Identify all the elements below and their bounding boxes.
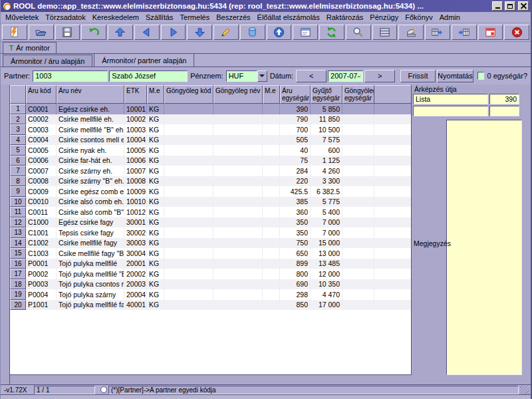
cell-gongyoleg-nev[interactable] bbox=[213, 279, 263, 290]
cell-aru-nev[interactable]: Tojó pulyka mellfilé bbox=[57, 259, 124, 269]
cell-aru-kod[interactable]: C1002 bbox=[26, 238, 57, 249]
cell-gyujto-egysegar[interactable]: 5 400 bbox=[311, 207, 342, 217]
cell-filler[interactable] bbox=[374, 104, 412, 114]
cell-aru-kod[interactable]: P0002 bbox=[26, 269, 57, 279]
post-button[interactable] bbox=[267, 25, 292, 40]
cell-gongyoleg-kod[interactable] bbox=[164, 217, 213, 228]
cell-gongyoleg-egysegar[interactable] bbox=[342, 145, 374, 156]
cell-filler[interactable] bbox=[374, 289, 412, 300]
cell-gyujto-egysegar[interactable]: 13 000 bbox=[311, 248, 342, 259]
cell-me[interactable]: KG bbox=[147, 217, 164, 228]
menu-item-eloallat-elszamolas[interactable]: Élőállat elszámolás bbox=[254, 13, 323, 22]
cell-gongyoleg-me[interactable] bbox=[263, 289, 280, 300]
cell-gongyoleg-egysegar[interactable] bbox=[342, 289, 374, 300]
cell-gongyoleg-egysegar[interactable] bbox=[342, 197, 374, 207]
menu-item-kereskedelem[interactable]: Kereskedelem bbox=[89, 13, 142, 22]
cell-aru-egysegar[interactable]: 298 bbox=[280, 289, 311, 300]
cell-aru-kod[interactable]: C0009 bbox=[26, 186, 57, 197]
cell-gongyoleg-me[interactable] bbox=[263, 156, 280, 166]
cell-aru-kod[interactable]: P1001 bbox=[26, 300, 57, 311]
cell-aru-kod[interactable]: C0003 bbox=[26, 124, 57, 135]
resize-grip[interactable] bbox=[520, 386, 529, 394]
grid-view-button[interactable] bbox=[372, 25, 398, 40]
cell-aru-egysegar[interactable]: 505 bbox=[280, 135, 311, 146]
cell-me[interactable]: KG bbox=[147, 269, 164, 279]
cell-gongyoleg-kod[interactable] bbox=[164, 259, 213, 269]
cell-etk[interactable]: 20004 bbox=[124, 289, 147, 300]
row-number[interactable]: 14 bbox=[10, 238, 26, 249]
currency-dropdown-button[interactable] bbox=[257, 70, 267, 82]
cell-me[interactable]: KG bbox=[147, 248, 164, 259]
save-button[interactable] bbox=[55, 25, 80, 40]
cell-gyujto-egysegar[interactable]: 10 500 bbox=[311, 124, 342, 135]
cell-gongyoleg-egysegar[interactable] bbox=[342, 269, 374, 279]
cell-gongyoleg-nev[interactable] bbox=[213, 145, 263, 156]
cell-aru-nev[interactable]: Csirke nyak eh. bbox=[57, 145, 124, 156]
cell-gongyoleg-nev[interactable] bbox=[213, 176, 263, 187]
row-number[interactable]: 4 bbox=[10, 135, 26, 146]
column-header-aru-nev[interactable]: Áru név bbox=[57, 85, 124, 104]
cell-aru-egysegar[interactable]: 360 bbox=[280, 207, 311, 217]
cell-gongyoleg-nev[interactable] bbox=[213, 238, 263, 249]
column-header-m-e[interactable]: M.e bbox=[147, 85, 164, 104]
cell-aru-kod[interactable]: C0004 bbox=[26, 135, 57, 146]
cell-aru-nev[interactable]: Csike mellfilé fagy "B" bbox=[57, 248, 124, 259]
cell-gyujto-egysegar[interactable]: 1 125 bbox=[311, 156, 342, 166]
cell-aru-egysegar[interactable]: 284 bbox=[280, 166, 311, 176]
cell-aru-nev[interactable]: Csirke szárny eh. bbox=[57, 166, 124, 176]
cell-etk[interactable]: 10008 bbox=[124, 176, 147, 187]
cell-etk[interactable]: 30004 bbox=[124, 248, 147, 259]
cell-gyujto-egysegar[interactable]: 7 575 bbox=[311, 135, 342, 146]
cell-aru-nev[interactable]: Csirke mellfilé eh. bbox=[57, 114, 124, 125]
cell-filler[interactable] bbox=[374, 186, 412, 197]
cell-aru-nev[interactable]: Egész csirke eh. bbox=[57, 104, 124, 114]
cell-etk[interactable]: 20001 bbox=[124, 259, 147, 269]
first-record-button[interactable] bbox=[108, 25, 133, 40]
cell-etk[interactable]: 10007 bbox=[124, 166, 147, 176]
cell-gongyoleg-nev[interactable] bbox=[213, 166, 263, 176]
cell-filler[interactable] bbox=[374, 269, 412, 279]
cell-gongyoleg-egysegar[interactable] bbox=[342, 176, 374, 187]
print-button[interactable]: Nyomtatás bbox=[437, 70, 473, 82]
cell-etk[interactable]: 20002 bbox=[124, 269, 147, 279]
cell-gongyoleg-nev[interactable] bbox=[213, 259, 263, 269]
cell-gongyoleg-kod[interactable] bbox=[164, 114, 213, 125]
cell-gongyoleg-egysegar[interactable] bbox=[342, 259, 374, 269]
pricing-value-field[interactable] bbox=[489, 94, 519, 104]
cell-gyujto-egysegar[interactable]: 13 485 bbox=[311, 259, 342, 269]
cell-gongyoleg-egysegar[interactable] bbox=[342, 135, 374, 146]
cell-aru-nev[interactable]: Egész csirke fagy bbox=[57, 217, 124, 228]
cell-gongyoleg-egysegar[interactable] bbox=[342, 186, 374, 197]
cell-me[interactable]: KG bbox=[147, 124, 164, 135]
close-button[interactable] bbox=[518, 1, 529, 11]
cell-gongyoleg-egysegar[interactable] bbox=[342, 238, 374, 249]
cell-gongyoleg-kod[interactable] bbox=[164, 207, 213, 217]
cell-filler[interactable] bbox=[374, 176, 412, 187]
cell-gongyoleg-me[interactable] bbox=[263, 248, 280, 259]
cell-me[interactable]: KG bbox=[147, 197, 164, 207]
column-header-m-e[interactable]: M.e bbox=[263, 85, 280, 104]
cell-gongyoleg-nev[interactable] bbox=[213, 156, 263, 166]
partner-code-input[interactable] bbox=[33, 70, 108, 82]
row-number[interactable]: 15 bbox=[10, 248, 26, 259]
cell-aru-nev[interactable]: Csirke far-hát eh. bbox=[57, 156, 124, 166]
cell-gongyoleg-kod[interactable] bbox=[164, 186, 213, 197]
cell-aru-kod[interactable]: C0005 bbox=[26, 145, 57, 156]
row-number[interactable]: 5 bbox=[10, 145, 26, 156]
cell-gongyoleg-me[interactable] bbox=[263, 197, 280, 207]
cell-gongyoleg-kod[interactable] bbox=[164, 176, 213, 187]
menu-item-termeles[interactable]: Termelés bbox=[177, 13, 213, 22]
menu-item-fokonyv[interactable]: Főkönyv bbox=[402, 13, 436, 22]
row-number[interactable]: 6 bbox=[10, 156, 26, 166]
row-number[interactable]: 19 bbox=[10, 289, 26, 300]
menu-item-penzugy[interactable]: Pénzügy bbox=[366, 13, 402, 22]
cell-etk[interactable]: 10003 bbox=[124, 124, 147, 135]
cell-filler[interactable] bbox=[374, 238, 412, 249]
cell-gongyoleg-kod[interactable] bbox=[164, 104, 213, 114]
cell-me[interactable]: KG bbox=[147, 135, 164, 146]
cell-aru-egysegar[interactable]: 390 bbox=[280, 104, 311, 114]
row-number[interactable]: 2 bbox=[10, 114, 26, 125]
column-header-aru-kod[interactable]: Áru kód bbox=[26, 85, 57, 104]
row-number[interactable]: 13 bbox=[10, 227, 26, 238]
cell-gyujto-egysegar[interactable]: 6 382.5 bbox=[311, 186, 342, 197]
